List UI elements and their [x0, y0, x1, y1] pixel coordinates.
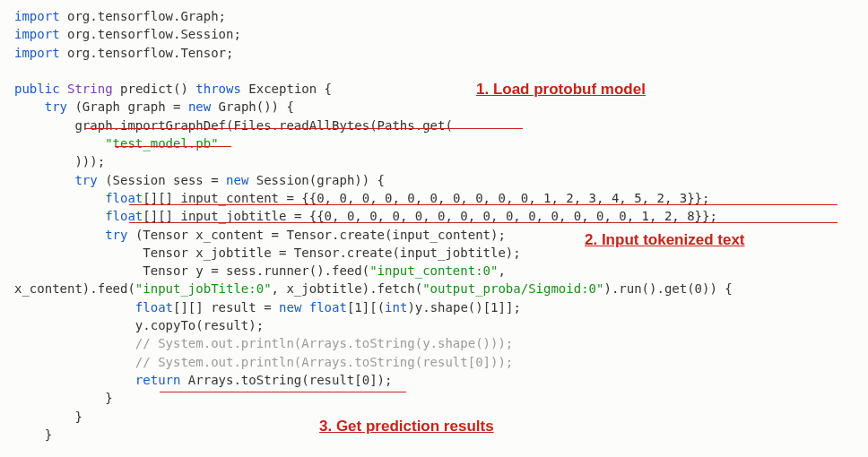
annotation-load-model: 1. Load protobuf model [476, 79, 646, 101]
token-kw: float [309, 300, 347, 315]
token-kw: new [188, 99, 211, 114]
token-plain: } [14, 391, 113, 405]
token-plain: (Session sess = [98, 173, 226, 187]
token-plain [14, 336, 135, 350]
token-plain: } [14, 410, 82, 424]
underline-return [160, 392, 406, 392]
token-plain: Exception { [241, 82, 332, 96]
token-plain: , x_jobtitle).fetch( [272, 281, 423, 296]
token-plain: [][] input_jobtitle = {{0, 0, 0, 0, 0, 0… [143, 209, 717, 223]
token-plain: Graph()) { [211, 99, 294, 114]
underline-input-1 [129, 204, 838, 205]
token-kw: try [105, 228, 127, 242]
token-plain [301, 300, 308, 315]
token-plain: (Tensor x_content = Tensor.create(input_… [127, 228, 505, 242]
token-plain [14, 300, 135, 315]
token-plain [14, 209, 105, 223]
token-plain: org.tensorflow.Session; [60, 27, 241, 41]
token-kw: int [385, 300, 407, 315]
token-kw: new [226, 173, 248, 187]
underline-load-model-2 [115, 146, 231, 147]
token-plain: [][] result = [173, 300, 279, 315]
token-plain: [][] input_content = {{0, 0, 0, 0, 0, 0,… [143, 191, 709, 205]
token-kw: throws [195, 82, 241, 96]
token-plain: org.tensorflow.Graph; [60, 9, 226, 23]
token-kw: float [105, 191, 143, 205]
token-plain: Arrays.toString(result[0]); [180, 373, 392, 387]
token-plain: x_content).feed( [14, 281, 135, 296]
token-plain: } [14, 427, 52, 442]
token-plain: [1][( [347, 300, 385, 315]
token-plain: , [498, 263, 505, 278]
token-plain: org.tensorflow.Tensor; [60, 46, 234, 60]
token-kw: import [14, 27, 60, 41]
token-kw: new [279, 300, 301, 315]
token-kw: import [14, 9, 60, 23]
token-plain [14, 228, 105, 242]
token-plain: Session(graph)) { [248, 173, 385, 187]
token-kw: float [135, 300, 173, 315]
token-plain: ))); [14, 154, 105, 168]
token-plain [14, 355, 135, 369]
token-plain: Tensor y = sess.runner().feed( [14, 263, 369, 278]
token-str: "output_proba/Sigmoid:0" [422, 281, 603, 296]
token-plain: ).run().get(0)) { [603, 281, 732, 296]
token-kw: float [105, 209, 143, 223]
token-plain [14, 191, 105, 205]
annotation-prediction-results: 3. Get prediction results [319, 416, 494, 438]
token-kw: try [45, 99, 67, 114]
token-plain [14, 173, 74, 187]
token-str: "test_model.pb" [105, 136, 218, 151]
token-type: String [67, 82, 113, 96]
code-figure: import org.tensorflow.Graph; import org.… [14, 7, 854, 444]
token-kw: return [135, 373, 181, 387]
token-plain: predict() [113, 82, 196, 96]
token-plain [60, 82, 67, 96]
token-str: "input_content:0" [369, 263, 498, 278]
underline-load-model-1 [85, 128, 523, 129]
token-kw: import [14, 46, 60, 60]
underline-input-2 [129, 222, 838, 223]
token-plain: y.copyTo(result); [14, 318, 264, 332]
token-plain: graph.importGraphDef(Files.readAllBytes(… [14, 118, 453, 133]
token-plain [14, 373, 135, 387]
token-plain [14, 99, 45, 114]
code-block: import org.tensorflow.Graph; import org.… [14, 7, 854, 444]
token-str: "input_jobTitle:0" [135, 281, 272, 296]
token-plain: )y.shape()[1]]; [407, 300, 520, 315]
token-plain: Tensor x_jobtitle = Tensor.create(input_… [14, 246, 521, 260]
annotation-input-tokenized: 2. Input tokenized text [585, 229, 745, 252]
token-cmt: // System.out.println(Arrays.toString(y.… [135, 336, 513, 350]
token-plain: (Graph graph = [67, 99, 188, 114]
token-cmt: // System.out.println(Arrays.toString(re… [135, 355, 513, 369]
token-kw: try [74, 173, 97, 187]
token-kw: public [14, 82, 60, 96]
token-plain [14, 136, 105, 151]
